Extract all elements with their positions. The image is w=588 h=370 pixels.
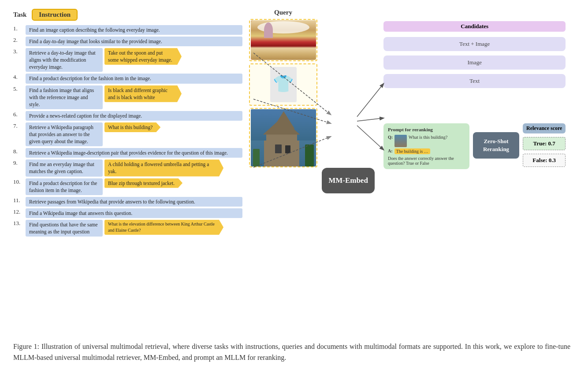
mm-embed-container: MM-Embed	[322, 9, 375, 300]
candidate-text-image: Text + Image	[383, 37, 566, 51]
relevance-false: False: 0.3	[523, 154, 566, 167]
task-num-9: 9.	[13, 159, 26, 166]
task-row-3: 3. Retrieve a day-to-day image that alig…	[13, 48, 242, 72]
zero-shot-box: Zero-ShotReranking	[473, 132, 519, 159]
task-instruction-13: Find questions that have the same meanin…	[26, 220, 103, 237]
relevance-header: Relevance score	[523, 123, 566, 133]
task-num-4: 4.	[13, 74, 26, 81]
task-instruction-9: Find me an everyday image that matches t…	[26, 159, 103, 176]
task-row-12: 12. Find a Wikipedia image that answers …	[13, 208, 242, 218]
qa-a-row: A: The building is …	[388, 148, 465, 154]
diagram-area: Task Instruction 1. Find an image captio…	[13, 9, 575, 300]
task-list: Task Instruction 1. Find an image captio…	[13, 9, 242, 300]
relevance-true: True: 0.7	[523, 137, 566, 150]
task-num-5: 5.	[13, 85, 26, 92]
main-container: Task Instruction 1. Find an image captio…	[0, 0, 588, 370]
task-num-10: 10.	[13, 178, 26, 185]
q-text: What is this building?	[409, 135, 447, 140]
task-instruction-8: Retrieve a Wikipedia image-description p…	[26, 148, 242, 158]
task-instruction-2: Find a day-to-day image that looks simil…	[26, 37, 242, 46]
candidate-image: Image	[383, 56, 566, 70]
task-instruction-5: Find a fashion image that aligns with th…	[26, 85, 103, 109]
building-query-box	[249, 108, 317, 167]
instruction-badge: Instruction	[32, 9, 78, 21]
task-instruction-12: Find a Wikipedia image that answers this…	[26, 208, 242, 218]
prompt-reranking-box: Prompt for reranking Q: What is this bui…	[383, 123, 469, 169]
q-label: Q:	[388, 135, 393, 140]
zero-shot-label: Zero-ShotReranking	[483, 138, 509, 152]
task-num-13: 13.	[13, 220, 26, 227]
task-row-7: 7. Retrieve a Wikipedia paragraph that p…	[13, 122, 242, 146]
task-num-1: 1.	[13, 25, 26, 32]
building-image	[251, 109, 316, 166]
task-num-6: 6.	[13, 111, 26, 118]
building-thumb	[394, 135, 407, 147]
query-column: Query 👕	[249, 9, 317, 300]
a-label: A:	[388, 148, 393, 153]
task-modification-3: Take out the spoon and put some whipped …	[104, 48, 182, 65]
task-header-row: Task Instruction	[13, 9, 242, 21]
task-instruction-10: Find a product description for the fashi…	[26, 178, 103, 195]
task-row-13: 13. Find questions that have the same me…	[13, 220, 242, 237]
task-row-9: 9. Find me an everyday image that matche…	[13, 159, 242, 176]
candidates-header: Candidates	[383, 21, 566, 32]
query-header-label: Query	[249, 9, 317, 16]
qa-q-row: Q: What is this building?	[388, 135, 465, 147]
task-num-7: 7.	[13, 122, 26, 130]
figure-caption: Figure 1: Illustration of universal mult…	[9, 337, 579, 363]
relevance-col: Relevance score True: 0.7 False: 0.3	[523, 123, 566, 167]
task-num-8: 8.	[13, 148, 26, 155]
task-instruction-3: Retrieve a day-to-day image that aligns …	[26, 48, 103, 72]
reranking-row: Prompt for reranking Q: What is this bui…	[383, 123, 566, 169]
task-caption-9: A child holding a flowered umbrella and …	[104, 159, 223, 176]
task-row-1: 1. Find an image caption describing the …	[13, 25, 242, 35]
task-instruction-4: Find a product description for the fashi…	[26, 74, 242, 83]
food-image	[251, 20, 316, 60]
task-modification-7: What is this building?	[104, 122, 160, 132]
does-answer-text: Does the answer correctly answer the que…	[388, 156, 465, 166]
a-text: The building is …	[394, 148, 430, 154]
task-instruction-11: Retrieve passages from Wikipedia that pr…	[26, 197, 242, 207]
task-instruction-6: Provide a news-related caption for the d…	[26, 111, 242, 121]
food-query-box	[249, 19, 317, 61]
candidates-column: Candidates Text + Image Image Text Promp…	[383, 21, 566, 300]
task-row-10: 10. Find a product description for the f…	[13, 178, 242, 195]
task-row-11: 11. Retrieve passages from Wikipedia tha…	[13, 197, 242, 207]
task-instruction-1: Find an image caption describing the fol…	[26, 25, 242, 35]
task-caption-10: Blue zip through textured jacket.	[104, 178, 182, 188]
task-row-4: 4. Find a product description for the fa…	[13, 74, 242, 83]
task-instruction-7: Retrieve a Wikipedia paragraph that prov…	[26, 122, 103, 146]
mm-embed-box: MM-Embed	[322, 168, 375, 193]
task-num-2: 2.	[13, 37, 26, 44]
task-row-6: 6. Provide a news-related caption for th…	[13, 111, 242, 121]
task-header-label: Task	[13, 11, 26, 18]
task-modification-5: Is black and different graphic and is bl…	[104, 85, 182, 102]
task-num-3: 3.	[13, 48, 26, 55]
task-row-2: 2. Find a day-to-day image that looks si…	[13, 37, 242, 46]
task-row-5: 5. Find a fashion image that aligns with…	[13, 85, 242, 109]
task-num-12: 12.	[13, 208, 26, 215]
zero-shot-container: Zero-ShotReranking	[473, 123, 519, 159]
task-caption-13: What is the elevation difference between…	[104, 220, 223, 235]
task-row-8: 8. Retrieve a Wikipedia image-descriptio…	[13, 148, 242, 158]
task-num-11: 11.	[13, 197, 26, 204]
prompt-reranking-header: Prompt for reranking	[388, 127, 465, 132]
fashion-image: 👕	[270, 67, 297, 102]
candidate-text: Text	[383, 74, 566, 88]
fashion-query-box: 👕	[249, 63, 317, 106]
